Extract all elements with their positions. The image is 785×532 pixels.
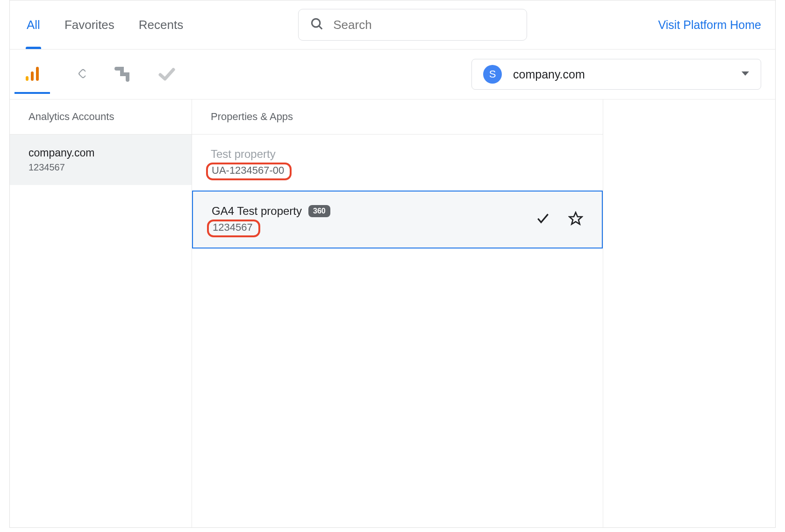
property-name: Test property	[211, 148, 276, 161]
account-name: company.com	[29, 147, 173, 159]
property-row-selected[interactable]: GA4 Test property 360 1234567	[192, 191, 603, 248]
analytics-icon[interactable]	[24, 66, 41, 83]
star-icon[interactable]	[568, 211, 583, 228]
tab-all[interactable]: All	[24, 11, 43, 39]
top-bar: All Favorites Recents Visit Platform Hom…	[10, 0, 775, 50]
badge-360: 360	[308, 205, 330, 217]
search-input[interactable]	[333, 18, 515, 32]
empty-column	[603, 99, 775, 527]
tab-recents[interactable]: Recents	[136, 11, 186, 39]
organization-avatar: S	[483, 65, 502, 84]
svg-rect-2	[26, 76, 29, 81]
caret-down-icon	[741, 70, 749, 78]
property-id-highlight: UA-1234567-00	[206, 163, 292, 180]
svg-rect-3	[31, 71, 34, 81]
tag-manager-icon[interactable]	[69, 66, 86, 83]
search-box[interactable]	[298, 9, 527, 41]
accounts-column: Analytics Accounts company.com 1234567	[10, 99, 192, 527]
accounts-column-header: Analytics Accounts	[10, 99, 192, 135]
check-icon	[535, 211, 550, 228]
optimize-icon[interactable]	[114, 66, 130, 83]
svg-line-1	[319, 26, 322, 29]
account-id: 1234567	[29, 162, 173, 173]
property-actions	[535, 211, 583, 228]
property-picker: All Favorites Recents Visit Platform Hom…	[9, 0, 776, 528]
properties-column-header: Properties & Apps	[192, 99, 603, 135]
tab-favorites[interactable]: Favorites	[62, 11, 117, 39]
svg-marker-7	[570, 213, 582, 224]
account-row[interactable]: company.com 1234567	[10, 135, 192, 185]
visit-platform-home-link[interactable]: Visit Platform Home	[658, 18, 761, 32]
svg-point-0	[312, 19, 321, 27]
top-tabs: All Favorites Recents	[24, 11, 186, 39]
columns: Analytics Accounts company.com 1234567 P…	[10, 99, 775, 527]
property-text: Test property UA-1234567-00	[211, 143, 584, 182]
properties-column: Properties & Apps Test property UA-12345…	[192, 99, 603, 527]
organization-name: company.com	[513, 68, 585, 81]
organization-selector[interactable]: S company.com	[471, 59, 761, 90]
check-product-icon[interactable]	[158, 66, 175, 83]
property-name: GA4 Test property	[212, 205, 302, 218]
property-id-highlight: 1234567	[207, 220, 260, 237]
product-icons	[24, 66, 175, 83]
svg-rect-4	[36, 67, 39, 81]
search-icon	[310, 17, 324, 33]
property-text: GA4 Test property 360 1234567	[212, 200, 535, 239]
product-bar: S company.com	[10, 50, 775, 99]
property-row[interactable]: Test property UA-1234567-00	[192, 135, 603, 191]
